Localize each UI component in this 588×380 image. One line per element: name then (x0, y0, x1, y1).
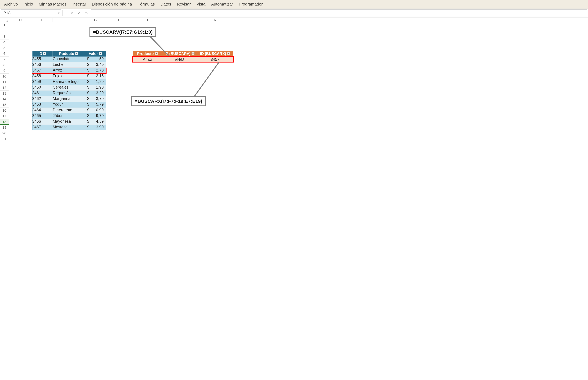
insert-function-button[interactable]: ƒx (83, 10, 89, 16)
orange-table-header[interactable]: ID (BUSCARX)▾ (197, 51, 233, 57)
cell[interactable] (197, 130, 233, 136)
row-header[interactable]: 14 (0, 96, 9, 102)
cell[interactable] (162, 136, 197, 142)
blue-cell-value[interactable]: $5,79 (85, 102, 106, 108)
cell[interactable] (53, 22, 85, 28)
orange-table-header[interactable]: Producto▾ (133, 51, 162, 57)
cell[interactable] (133, 74, 162, 79)
cell[interactable] (106, 57, 133, 62)
cell[interactable] (197, 28, 233, 34)
cell[interactable] (133, 39, 162, 45)
cell[interactable] (9, 130, 32, 136)
blue-table-header[interactable]: ID▾ (32, 51, 53, 57)
cell[interactable] (85, 130, 106, 136)
row-header[interactable]: 4 (0, 39, 9, 45)
orange-cell-id-buscarx[interactable]: 3457 (197, 57, 233, 62)
cell[interactable] (133, 125, 162, 130)
row-header[interactable]: 19 (0, 125, 9, 130)
tab-automatizar[interactable]: Automatizar (208, 0, 236, 8)
cell[interactable] (32, 45, 53, 51)
cell[interactable] (106, 85, 133, 91)
cell[interactable] (106, 130, 133, 136)
blue-cell-id[interactable]: 3458 (32, 74, 53, 79)
cell[interactable] (85, 39, 106, 45)
cell[interactable] (106, 39, 133, 45)
cell[interactable] (133, 45, 162, 51)
cell[interactable] (53, 130, 85, 136)
cell[interactable] (106, 51, 133, 57)
cell[interactable] (133, 119, 162, 125)
blue-cell-id[interactable]: 3466 (32, 119, 53, 125)
blue-cell-value[interactable]: $3,29 (85, 91, 106, 96)
cell[interactable] (197, 74, 233, 79)
row-header[interactable]: 1 (0, 22, 9, 28)
blue-cell-value[interactable]: $1,98 (85, 85, 106, 91)
cell[interactable] (9, 22, 32, 28)
blue-cell-id[interactable]: 3462 (32, 96, 53, 102)
cell[interactable] (162, 108, 197, 113)
blue-cell-product[interactable]: Chocolate (53, 57, 85, 62)
orange-cell-product[interactable]: Arroz (133, 57, 162, 62)
blue-cell-id[interactable]: 3461 (32, 91, 53, 96)
cell[interactable] (197, 125, 233, 130)
cell[interactable] (197, 39, 233, 45)
row-header[interactable]: 12 (0, 85, 9, 91)
col-header-I[interactable]: I (133, 18, 162, 22)
tab-inicio[interactable]: Inicio (21, 0, 36, 8)
row-header[interactable]: 20 (0, 130, 9, 136)
row-header[interactable]: 17 (0, 113, 9, 119)
orange-cell-id-buscarv[interactable]: #N/D (162, 57, 197, 62)
row-header[interactable]: 3 (0, 34, 9, 39)
blue-cell-value[interactable]: $2,15 (85, 74, 106, 79)
cell[interactable] (133, 130, 162, 136)
cell[interactable] (162, 91, 197, 96)
cell[interactable] (106, 79, 133, 85)
filter-dropdown[interactable]: ▾ (99, 52, 102, 55)
blue-cell-product[interactable]: Frijoles (53, 74, 85, 79)
row-header[interactable]: 18 (0, 119, 9, 125)
blue-cell-id[interactable]: 3455 (32, 57, 53, 62)
row-header[interactable]: 7 (0, 57, 9, 62)
cell[interactable] (133, 136, 162, 142)
select-all-corner[interactable] (0, 18, 9, 22)
blue-cell-id[interactable]: 3463 (32, 102, 53, 108)
blue-cell-value[interactable]: $3,49 (85, 62, 106, 68)
row-header[interactable]: 5 (0, 45, 9, 51)
cell[interactable] (32, 130, 53, 136)
cell[interactable] (197, 62, 233, 68)
cell[interactable] (9, 57, 32, 62)
cell[interactable] (106, 68, 133, 74)
cell[interactable] (197, 22, 233, 28)
blue-cell-product[interactable]: Mostaza (53, 125, 85, 130)
cell[interactable] (9, 62, 32, 68)
cell[interactable] (9, 45, 32, 51)
row-header[interactable]: 2 (0, 28, 9, 34)
cell[interactable] (106, 113, 133, 119)
cell[interactable] (162, 79, 197, 85)
cell[interactable] (197, 119, 233, 125)
cell[interactable] (133, 85, 162, 91)
cell[interactable] (32, 28, 53, 34)
cell[interactable] (9, 74, 32, 79)
cell[interactable] (197, 68, 233, 74)
cell[interactable] (9, 136, 32, 142)
cell[interactable] (133, 91, 162, 96)
cell[interactable] (9, 108, 32, 113)
orange-table-header[interactable]: ID (BUSCARV)▾ (162, 51, 197, 57)
name-box[interactable] (1, 10, 56, 16)
cell[interactable] (9, 79, 32, 85)
cell[interactable] (162, 113, 197, 119)
blue-cell-id[interactable]: 3456 (32, 62, 53, 68)
cell[interactable] (162, 28, 197, 34)
cell[interactable] (9, 34, 32, 39)
cell[interactable] (197, 108, 233, 113)
cancel-button[interactable]: ✕ (70, 10, 75, 16)
cell[interactable] (106, 45, 133, 51)
blue-cell-product[interactable]: Detergente (53, 108, 85, 113)
blue-cell-product[interactable]: Requesón (53, 91, 85, 96)
cell[interactable] (133, 113, 162, 119)
cell[interactable] (53, 45, 85, 51)
row-header[interactable]: 6 (0, 51, 9, 57)
tab-minhas-macros[interactable]: Minhas Macros (36, 0, 69, 8)
cell[interactable] (197, 34, 233, 39)
